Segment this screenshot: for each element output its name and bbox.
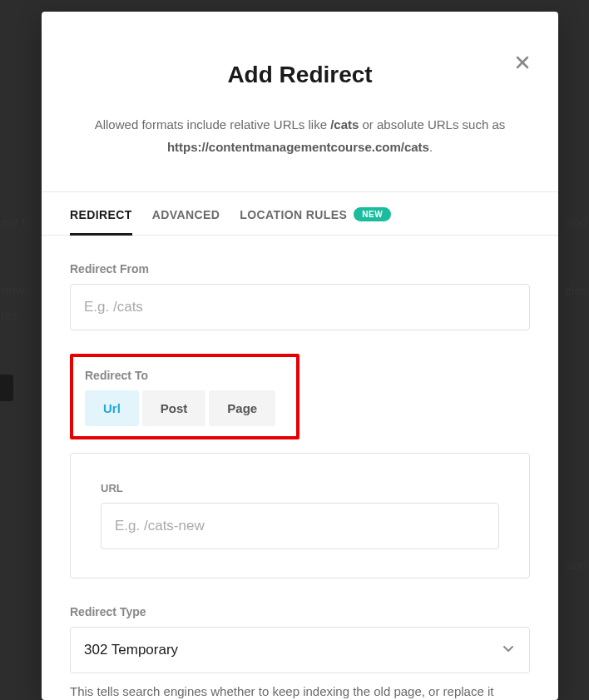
backdrop-fragment: elev bbox=[564, 283, 587, 297]
backdrop-button-fragment bbox=[0, 375, 13, 401]
redirect-type-label: Redirect Type bbox=[70, 605, 530, 618]
backdrop-fragment: abo bbox=[567, 558, 587, 572]
redirect-from-input[interactable] bbox=[70, 284, 530, 330]
modal-header: Add Redirect Allowed formats include rel… bbox=[42, 12, 558, 191]
backdrop-fragment: now bbox=[2, 283, 25, 297]
toggle-page[interactable]: Page bbox=[209, 390, 275, 426]
url-label: URL bbox=[101, 482, 499, 494]
subtitle-text: . bbox=[429, 140, 433, 154]
subtitle-example-url: https://contentmanagementcourse.com/cats bbox=[167, 140, 429, 154]
redirect-to-toggle-group: Url Post Page bbox=[85, 390, 285, 426]
new-badge: NEW bbox=[354, 207, 391, 221]
subtitle-text: or absolute URLs such as bbox=[359, 117, 505, 132]
redirect-to-highlight: Redirect To Url Post Page bbox=[70, 354, 299, 439]
tab-location-rules[interactable]: LOCATION RULES NEW bbox=[240, 207, 391, 235]
modal-subtitle: Allowed formats include relative URLs li… bbox=[83, 113, 517, 158]
add-redirect-modal: Add Redirect Allowed formats include rel… bbox=[42, 12, 558, 700]
backdrop-fragment: ect t bbox=[2, 215, 25, 229]
close-button[interactable] bbox=[510, 50, 535, 75]
toggle-post[interactable]: Post bbox=[142, 390, 206, 426]
subtitle-example-path: /cats bbox=[330, 117, 359, 132]
tabs: REDIRECT ADVANCED LOCATION RULES NEW bbox=[42, 192, 558, 236]
close-icon bbox=[516, 51, 529, 74]
modal-title: Add Redirect bbox=[83, 62, 517, 88]
tab-label: LOCATION RULES bbox=[240, 208, 347, 221]
backdrop-fragment: and bbox=[567, 215, 587, 229]
form-body: Redirect From Redirect To Url Post Page … bbox=[42, 236, 558, 700]
url-input[interactable] bbox=[101, 503, 499, 549]
redirect-type-section: Redirect Type 302 Temporary This tells s… bbox=[70, 605, 530, 700]
backdrop-fragment: les. bbox=[2, 308, 21, 322]
redirect-type-select[interactable]: 302 Temporary bbox=[70, 627, 530, 673]
subtitle-text: Allowed formats include relative URLs li… bbox=[95, 117, 330, 132]
tab-redirect[interactable]: REDIRECT bbox=[70, 207, 132, 236]
redirect-type-help: This tells search engines whether to kee… bbox=[70, 682, 530, 700]
redirect-from-label: Redirect From bbox=[70, 262, 530, 276]
toggle-url[interactable]: Url bbox=[85, 390, 139, 426]
tab-advanced[interactable]: ADVANCED bbox=[152, 207, 220, 235]
url-box: URL bbox=[70, 453, 530, 578]
redirect-to-label: Redirect To bbox=[85, 369, 285, 382]
